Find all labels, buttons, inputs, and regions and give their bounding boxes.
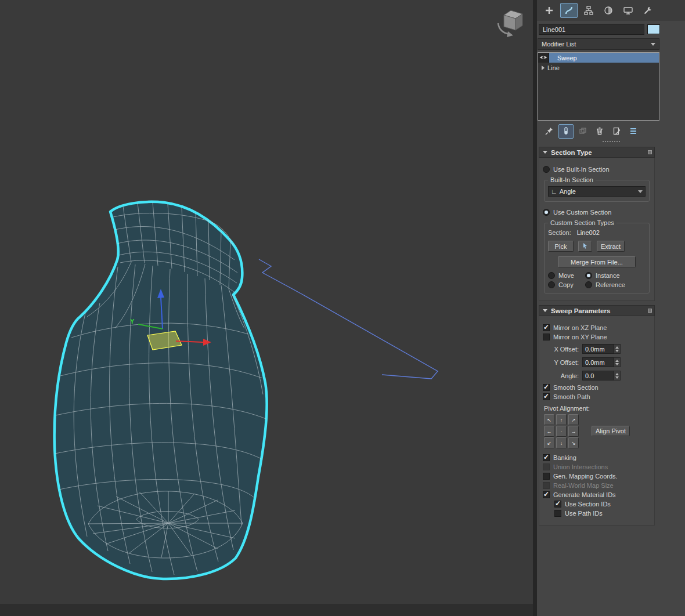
checkbox-smooth-path[interactable]: Smooth Path — [543, 393, 651, 400]
radio-icon — [543, 209, 550, 216]
radio-label: Move — [558, 272, 574, 279]
object-name-input[interactable]: Line001 — [539, 24, 644, 35]
pivot-top-left-button[interactable]: ↖ — [544, 414, 554, 425]
radio-instance[interactable]: Instance — [585, 272, 646, 279]
checkbox-label: Banking — [553, 454, 576, 461]
radio-use-built-in-section[interactable]: Use Built-In Section — [543, 166, 651, 173]
object-color-swatch[interactable] — [647, 24, 660, 34]
pivot-bottom-left-button[interactable]: ↙ — [544, 437, 554, 448]
remove-modifier-button[interactable] — [592, 124, 607, 139]
checkbox-banking[interactable]: Banking — [543, 454, 651, 461]
expand-arrow-icon[interactable] — [542, 66, 545, 70]
pivot-bottom-right-button[interactable]: ↘ — [568, 437, 579, 448]
eye-icon — [539, 53, 548, 63]
clone-type-radios: Move Instance Copy Reference — [548, 272, 646, 288]
collapse-arrow-icon — [543, 151, 547, 154]
rollout-handle-icon — [648, 309, 652, 313]
pin-icon — [545, 126, 554, 137]
checkbox-use-path-ids[interactable]: Use Path IDs — [554, 510, 651, 517]
modifier-list-label: Modifier List — [542, 41, 576, 48]
tab-display[interactable] — [619, 3, 637, 18]
checkbox-icon — [543, 324, 550, 331]
merge-from-file-button[interactable]: Merge From File... — [558, 256, 636, 267]
angle-value[interactable]: 0.0 — [582, 371, 614, 381]
stack-item-line[interactable]: Line — [538, 63, 659, 73]
group-label: Custom Section Types — [548, 219, 616, 226]
radio-move[interactable]: Move — [548, 272, 583, 279]
checkbox-label: Smooth Path — [553, 393, 590, 400]
edit-modifier-button[interactable] — [609, 124, 624, 139]
panel-drag-handle[interactable] — [603, 141, 620, 143]
pivot-center-button[interactable]: · — [556, 426, 567, 437]
radio-label: Use Built-In Section — [553, 166, 610, 173]
radio-label: Use Custom Section — [553, 209, 611, 216]
show-end-result-button[interactable] — [558, 124, 574, 139]
checkbox-gen-mapping-coords[interactable]: Gen. Mapping Coords. — [543, 473, 651, 480]
pick-object-button[interactable] — [578, 241, 592, 252]
angle-spinner[interactable]: 0.0 — [582, 371, 621, 381]
collapse-arrow-icon — [543, 309, 547, 312]
spinner-arrows-icon[interactable] — [614, 357, 621, 367]
radio-copy[interactable]: Copy — [548, 281, 583, 288]
pivot-right-button[interactable]: → — [568, 426, 579, 437]
checkbox-generate-material-ids[interactable]: Generate Material IDs — [543, 491, 651, 498]
rollout-section-type-header[interactable]: Section Type — [539, 147, 655, 158]
pivot-top-button[interactable]: ↑ — [556, 414, 567, 425]
rollout-sweep-parameters: Sweep Parameters Mirror on XZ Plane Mirr… — [539, 305, 655, 526]
pick-row: Pick Extract — [548, 241, 646, 252]
y-offset-spinner[interactable]: 0.0mm — [582, 357, 621, 367]
spinner-arrows-icon[interactable] — [614, 371, 621, 381]
pivot-bottom-button[interactable]: ↓ — [556, 437, 567, 448]
swept-object[interactable] — [55, 202, 267, 579]
radio-icon — [585, 272, 592, 279]
checkbox-icon — [554, 501, 561, 508]
viewport-canvas[interactable]: Y — [0, 0, 533, 616]
align-pivot-button[interactable]: Align Pivot — [592, 426, 630, 436]
modifier-visibility-toggle[interactable] — [538, 53, 549, 63]
extract-button[interactable]: Extract — [597, 241, 625, 252]
checkbox-icon — [543, 473, 550, 480]
make-unique-button[interactable] — [575, 124, 590, 139]
radio-use-custom-section[interactable]: Use Custom Section — [543, 209, 651, 216]
x-offset-value[interactable]: 0.0mm — [582, 344, 614, 354]
trash-icon — [595, 126, 604, 137]
pick-button[interactable]: Pick — [548, 241, 574, 252]
pivot-left-button[interactable]: ← — [544, 426, 554, 437]
x-offset-spinner[interactable]: 0.0mm — [582, 344, 621, 354]
checkbox-smooth-section[interactable]: Smooth Section — [543, 384, 651, 391]
section-spline[interactable] — [259, 259, 438, 379]
modifier-list-dropdown[interactable]: Modifier List — [538, 38, 659, 50]
pin-stack-button[interactable] — [542, 124, 557, 139]
checkbox-mirror-xz[interactable]: Mirror on XZ Plane — [543, 324, 651, 331]
configure-modifier-sets-button[interactable] — [626, 124, 641, 139]
checkbox-use-section-ids[interactable]: Use Section IDs — [554, 501, 651, 508]
checkbox-icon — [543, 384, 550, 391]
spinner-arrows-icon[interactable] — [614, 344, 621, 354]
panel-divider — [533, 0, 537, 616]
tab-create[interactable] — [540, 3, 558, 18]
checkbox-mirror-xy[interactable]: Mirror on XY Plane — [543, 334, 651, 340]
radio-icon — [548, 272, 555, 279]
viewcube-icon[interactable] — [498, 10, 522, 37]
modifier-stack: Sweep Line — [538, 52, 659, 121]
built-in-section-group: Built-In Section Angle — [544, 180, 650, 202]
command-panel: Line001 Modifier List Sweep L — [537, 0, 685, 616]
application-window: Y — [0, 0, 685, 616]
checkbox-label: Mirror on XZ Plane — [553, 324, 607, 331]
tab-motion[interactable] — [600, 3, 617, 18]
pivot-top-right-button[interactable]: ↗ — [568, 414, 579, 425]
viewport[interactable]: Y — [0, 0, 533, 616]
y-offset-value[interactable]: 0.0mm — [582, 357, 614, 367]
tab-modify[interactable] — [560, 3, 578, 18]
y-offset-row: Y Offset: 0.0mm — [543, 357, 651, 367]
built-in-section-dropdown[interactable]: Angle — [548, 186, 646, 197]
radio-reference[interactable]: Reference — [585, 281, 646, 288]
tab-utilities[interactable] — [639, 3, 657, 18]
checkbox-union-intersections: Union Intersections — [543, 463, 651, 470]
tab-hierarchy[interactable] — [580, 3, 597, 18]
pivot-alignment-controls: ↖ ↑ ↗ ← · → ↙ ↓ ↘ Align Pivot — [543, 414, 651, 447]
section-name-row: Section: Line002 — [548, 229, 646, 236]
checkbox-label: Union Intersections — [553, 463, 608, 470]
rollout-sweep-parameters-header[interactable]: Sweep Parameters — [539, 305, 655, 316]
stack-item-sweep[interactable]: Sweep — [538, 53, 659, 63]
